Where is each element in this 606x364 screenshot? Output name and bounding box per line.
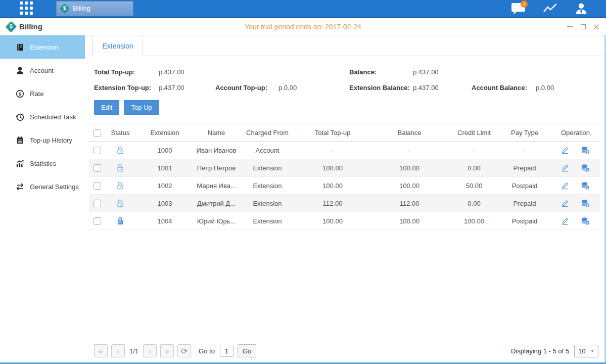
swap-arrows-icon xyxy=(16,183,24,191)
app-launcher-icon[interactable] xyxy=(20,2,33,15)
chevron-down-icon: ▼ xyxy=(590,349,594,353)
pagination-bar: « ‹ 1/1 › » ⟳ Go to Go Displaying 1 - 5 … xyxy=(89,344,598,357)
taskbar-item-billing[interactable]: $ Billing xyxy=(56,1,133,16)
unlocked-status-icon[interactable] xyxy=(116,199,124,208)
billing-app-icon: $ xyxy=(60,4,70,14)
tab-extension[interactable]: Extension xyxy=(92,35,143,56)
cell-extension: 1003 xyxy=(135,195,194,212)
refresh-button[interactable]: ⟳ xyxy=(177,344,191,357)
total-topup-value: p.437.00 xyxy=(159,68,184,76)
topup-row-icon[interactable] xyxy=(581,164,590,172)
bar-chart-icon xyxy=(16,159,24,168)
account-balance-value: p.0.00 xyxy=(536,84,554,92)
cell-charged-from: Extension xyxy=(239,212,296,230)
goto-page-input[interactable] xyxy=(220,345,234,357)
col-operation: Operation xyxy=(551,124,600,142)
topbar-status-icons: ! xyxy=(510,0,589,17)
sidebar-item-label: Rate xyxy=(30,90,43,98)
taskbar-item-label: Billing xyxy=(73,5,90,12)
cell-total-topup: 100.00 xyxy=(296,159,369,177)
row-checkbox[interactable] xyxy=(94,147,101,154)
col-balance: Balance xyxy=(369,124,450,142)
unlocked-status-icon[interactable] xyxy=(116,146,124,155)
row-checkbox[interactable] xyxy=(94,200,101,207)
edit-row-icon[interactable] xyxy=(561,199,569,207)
cell-pay-type: Postpaid xyxy=(498,177,551,195)
billing-window-icon: $ xyxy=(6,21,17,32)
table-row: 1004 Юрий Юрь... Extension 100.00 100.00… xyxy=(89,212,600,230)
os-top-bar: $ Billing ! xyxy=(0,0,606,18)
sidebar-item-rate[interactable]: Rate xyxy=(0,82,85,105)
last-page-button[interactable]: » xyxy=(160,344,174,357)
first-page-button[interactable]: « xyxy=(94,344,108,357)
notification-badge: ! xyxy=(521,1,528,8)
topup-row-icon[interactable] xyxy=(581,181,590,190)
maximize-button[interactable] xyxy=(580,23,587,30)
extension-balance-value: p.437.00 xyxy=(413,84,472,92)
page-size-select[interactable]: 10 ▼ xyxy=(574,345,598,357)
cell-charged-from: Extension xyxy=(239,177,296,195)
minimize-button[interactable] xyxy=(567,23,574,30)
prev-page-button[interactable]: ‹ xyxy=(111,344,125,357)
resource-monitor-icon[interactable] xyxy=(542,2,558,15)
sidebar-item-label: Account xyxy=(30,67,54,74)
person-icon xyxy=(16,66,24,75)
top-up-button[interactable]: Top Up xyxy=(124,100,159,115)
cell-balance: 100.00 xyxy=(369,212,450,230)
next-page-button[interactable]: › xyxy=(143,344,157,357)
table-header-row: Status Extension Name Charged From Total… xyxy=(89,124,600,142)
cell-extension: 1002 xyxy=(135,177,194,195)
row-checkbox[interactable] xyxy=(94,182,101,190)
sidebar: Extension Account Rate Scheduled Task To… xyxy=(0,35,85,362)
col-pay-type: Pay Type xyxy=(498,124,551,142)
cell-extension: 1000 xyxy=(135,142,194,159)
toolbar: Edit Top Up xyxy=(94,100,598,115)
goto-label: Go to xyxy=(199,347,215,355)
topup-row-icon[interactable] xyxy=(581,217,590,225)
edit-row-icon[interactable] xyxy=(561,164,569,172)
table-row: 1000 Иван Иванов Account - - - - xyxy=(89,142,600,159)
select-all-checkbox[interactable] xyxy=(94,129,101,137)
app-window: $ Billing ! $ Billing Your trial period … xyxy=(0,0,606,364)
row-checkbox[interactable] xyxy=(94,164,101,172)
row-checkbox[interactable] xyxy=(94,217,101,225)
edit-row-icon[interactable] xyxy=(561,146,569,154)
unlocked-status-icon[interactable] xyxy=(116,163,124,172)
sidebar-item-statistics[interactable]: Statistics xyxy=(0,152,85,175)
sidebar-item-topup-history[interactable]: Top-up History xyxy=(0,128,85,152)
col-status: Status xyxy=(105,124,135,142)
window-title-bar: $ Billing Your trial period ends on: 201… xyxy=(0,18,606,35)
sidebar-item-scheduled-task[interactable]: Scheduled Task xyxy=(0,105,85,128)
edit-row-icon[interactable] xyxy=(561,217,569,225)
cell-total-topup: 112.00 xyxy=(296,195,369,212)
page-indicator: 1/1 xyxy=(129,347,138,355)
user-account-icon[interactable] xyxy=(573,2,589,15)
cell-balance: 112.00 xyxy=(369,195,450,212)
extension-topup-value: p.437.00 xyxy=(159,84,215,92)
sidebar-item-label: Statistics xyxy=(30,160,56,167)
locked-status-icon[interactable] xyxy=(116,216,124,225)
topup-row-icon[interactable] xyxy=(581,199,590,208)
sidebar-item-account[interactable]: Account xyxy=(0,59,85,82)
sidebar-item-label: Extension xyxy=(30,43,59,51)
cell-extension: 1001 xyxy=(135,159,194,177)
close-button[interactable] xyxy=(593,23,600,30)
unlocked-status-icon[interactable] xyxy=(116,181,124,190)
displaying-text: Displaying 1 - 5 of 5 xyxy=(511,347,569,355)
cell-charged-from: Account xyxy=(239,142,296,159)
cell-name: Юрий Юрь... xyxy=(194,212,239,230)
edit-button[interactable]: Edit xyxy=(94,100,119,115)
cell-balance: 100.00 xyxy=(369,177,450,195)
sidebar-item-general-settings[interactable]: General Settings xyxy=(0,175,85,198)
edit-row-icon[interactable] xyxy=(561,181,569,190)
topup-row-icon[interactable] xyxy=(581,146,590,155)
cell-name: Петр Петров xyxy=(194,159,239,177)
cell-name: Дмитрий Д... xyxy=(194,195,239,212)
cell-credit-limit: 50.00 xyxy=(450,177,498,195)
messages-icon[interactable]: ! xyxy=(510,2,527,15)
extension-topup-label: Extension Top-up: xyxy=(94,84,159,92)
go-button[interactable]: Go xyxy=(238,344,256,357)
notepad-icon xyxy=(16,136,24,145)
cell-name: Иван Иванов xyxy=(194,142,239,159)
sidebar-item-extension[interactable]: Extension xyxy=(0,35,85,59)
